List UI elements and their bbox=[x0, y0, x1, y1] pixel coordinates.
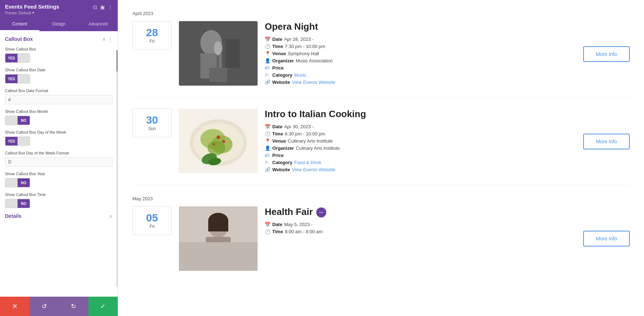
detail-date-cooking: 📅 Date Apr 30, 2023 - bbox=[265, 124, 576, 129]
event-row-opera-night: 28 Fri Opera Night 📅 Date Apr 28, 2023 - bbox=[132, 21, 630, 98]
sidebar-scrollbar[interactable] bbox=[116, 50, 118, 287]
toggle-n-no-2: NO bbox=[18, 178, 30, 187]
detail-price-opera: 🏷 Price bbox=[265, 65, 576, 71]
panel-body: Callout Box ∧ ⋮ Show Callout Box YES Sho… bbox=[0, 31, 118, 297]
toggle-no bbox=[18, 54, 30, 62]
section-more-icon[interactable]: ⋮ bbox=[108, 37, 113, 42]
section-icons: ∧ ⋮ bbox=[102, 37, 113, 42]
location-icon-opera: 📍 bbox=[265, 51, 270, 56]
month-label-april: April 2023 bbox=[132, 11, 630, 16]
price-icon-cooking: 🏷 bbox=[265, 153, 270, 158]
person-icon-opera: 👤 bbox=[265, 58, 270, 63]
toggle-yes-3: YES bbox=[5, 137, 18, 145]
callout-dow-cooking: Sun bbox=[148, 126, 156, 131]
callout-box-dow-format-input[interactable] bbox=[5, 157, 113, 167]
category-link-cooking[interactable]: Food & Drink bbox=[294, 160, 321, 165]
toggle-no-3 bbox=[18, 137, 30, 145]
link-icon-cooking: 🔗 bbox=[265, 167, 270, 172]
layout-icon[interactable]: ▣ bbox=[100, 4, 105, 10]
detail-organizer-opera: 👤 Organizer Music Association bbox=[265, 58, 576, 63]
more-info-button-health[interactable]: More Info bbox=[583, 231, 630, 246]
main-content: April 2023 28 Fri Opera Night 📅 Date bbox=[118, 0, 644, 316]
svg-rect-6 bbox=[225, 39, 240, 68]
clock-icon-health: 🕐 bbox=[265, 229, 270, 234]
event-details-cooking: Intro to Italian Cooking 📅 Date Apr 30, … bbox=[265, 109, 576, 174]
toggle-n-no-1: NO bbox=[18, 116, 30, 125]
show-callout-box-month-toggle[interactable]: NO bbox=[5, 116, 30, 125]
event-details-opera: Opera Night 📅 Date Apr 28, 2023 - 🕐 Time… bbox=[265, 21, 576, 87]
redo-button[interactable]: ↻ bbox=[59, 297, 88, 316]
tab-content[interactable]: Content bbox=[0, 18, 39, 31]
more-info-button-cooking[interactable]: More Info bbox=[583, 134, 630, 149]
maximize-icon[interactable]: ⊡ bbox=[93, 4, 97, 10]
panel-footer: ✕ ↺ ↻ ✓ bbox=[0, 297, 118, 316]
callout-box-section-header: Callout Box ∧ ⋮ bbox=[5, 36, 113, 42]
clock-icon-opera: 🕐 bbox=[265, 44, 270, 49]
detail-price-cooking: 🏷 Price bbox=[265, 153, 576, 158]
tab-design[interactable]: Design bbox=[39, 18, 79, 31]
details-section-icons: ∨ bbox=[109, 214, 113, 219]
detail-website-opera: 🔗 Website View Events Website bbox=[265, 80, 576, 85]
callout-day-cooking: 30 bbox=[146, 115, 158, 125]
more-info-button-opera[interactable]: More Info bbox=[583, 46, 630, 62]
calendar-icon-health: 📅 bbox=[265, 222, 270, 227]
detail-venue-opera: 📍 Venue Symphony Hall bbox=[265, 51, 576, 56]
callout-box-health: 05 Fri bbox=[132, 206, 172, 235]
tab-advanced[interactable]: Advanced bbox=[78, 18, 118, 31]
show-callout-box-time-row: Show Callout Box Time NO bbox=[5, 192, 113, 208]
show-callout-box-date-toggle[interactable]: YES bbox=[5, 74, 30, 83]
detail-date-opera: 📅 Date Apr 28, 2023 - bbox=[265, 37, 576, 42]
callout-box-dow-format-label: Callout Box Day of the Week Format bbox=[5, 151, 113, 155]
detail-time-cooking: 🕐 Time 6:30 pm - 10:00 pm bbox=[265, 131, 576, 137]
more-options-icon[interactable]: ⋮ bbox=[108, 4, 113, 10]
event-title-health: Health Fair ··· bbox=[265, 206, 576, 217]
detail-website-cooking: 🔗 Website View Events Website bbox=[265, 167, 576, 172]
calendar-icon-cooking: 📅 bbox=[265, 124, 270, 129]
website-link-opera[interactable]: View Events Website bbox=[292, 80, 336, 85]
show-callout-box-dow-label: Show Callout Box Day of the Week bbox=[5, 130, 113, 134]
show-callout-box-row: Show Callout Box YES bbox=[5, 47, 113, 63]
svg-point-12 bbox=[208, 141, 225, 155]
callout-box-cooking: 30 Sun bbox=[132, 109, 172, 137]
show-callout-box-time-toggle[interactable]: NO bbox=[5, 199, 30, 208]
tag-bubble-health: ··· bbox=[316, 207, 326, 217]
panel-header-icons: ⊡ ▣ ⋮ bbox=[93, 4, 113, 10]
callout-box-dow-format-row: Callout Box Day of the Week Format bbox=[5, 151, 113, 167]
calendar-icon-opera: 📅 bbox=[265, 37, 270, 42]
show-callout-box-dow-toggle[interactable]: YES bbox=[5, 137, 30, 146]
svg-point-4 bbox=[214, 41, 222, 55]
event-row-health-fair: 05 Fri Health Fair ··· 📅 bbox=[132, 206, 630, 282]
show-callout-box-dow-row: Show Callout Box Day of the Week YES bbox=[5, 130, 113, 146]
callout-box-opera: 28 Fri bbox=[132, 21, 172, 50]
panel-tabs: Content Design Advanced bbox=[0, 18, 118, 31]
panel-header: Events Feed Settings Preset: Default ▾ ⊡… bbox=[0, 0, 118, 18]
show-callout-box-year-toggle[interactable]: NO bbox=[5, 178, 30, 187]
event-row-cooking: 30 Sun Intro to Itali bbox=[132, 109, 630, 185]
cancel-button[interactable]: ✕ bbox=[0, 297, 29, 316]
panel-preset: Preset: Default ▾ bbox=[5, 10, 59, 15]
person-icon-cooking: 👤 bbox=[265, 145, 270, 151]
svg-rect-5 bbox=[209, 68, 227, 82]
svg-point-17 bbox=[213, 143, 215, 145]
website-link-cooking[interactable]: View Events Website bbox=[292, 167, 336, 172]
callout-box-title: Callout Box bbox=[5, 36, 33, 42]
detail-category-cooking: 🏳 Category Food & Drink bbox=[265, 160, 576, 165]
undo-button[interactable]: ↺ bbox=[29, 297, 59, 316]
detail-time-opera: 🕐 Time 7:30 pm - 10:00 pm bbox=[265, 44, 576, 49]
show-callout-box-year-label: Show Callout Box Year bbox=[5, 172, 113, 176]
show-callout-box-toggle[interactable]: YES bbox=[5, 53, 30, 63]
show-callout-box-month-row: Show Callout Box Month NO bbox=[5, 109, 113, 125]
save-button[interactable]: ✓ bbox=[88, 297, 118, 316]
toggle-no-2 bbox=[18, 75, 30, 83]
toggle-n-no-3: NO bbox=[18, 199, 30, 208]
category-icon-cooking: 🏳 bbox=[265, 160, 270, 165]
detail-organizer-cooking: 👤 Organizer Culinary Arts Institute bbox=[265, 145, 576, 151]
callout-box-date-format-input[interactable] bbox=[5, 95, 113, 104]
details-expand-icon[interactable]: ∨ bbox=[109, 214, 113, 219]
category-link-opera[interactable]: Music bbox=[294, 72, 306, 78]
price-icon-opera: 🏷 bbox=[265, 65, 270, 71]
detail-venue-cooking: 📍 Venue Cullinary Arts Institute bbox=[265, 138, 576, 144]
show-callout-box-year-row: Show Callout Box Year NO bbox=[5, 172, 113, 187]
month-label-may: May 2023 bbox=[132, 196, 630, 201]
collapse-icon[interactable]: ∧ bbox=[102, 37, 106, 42]
